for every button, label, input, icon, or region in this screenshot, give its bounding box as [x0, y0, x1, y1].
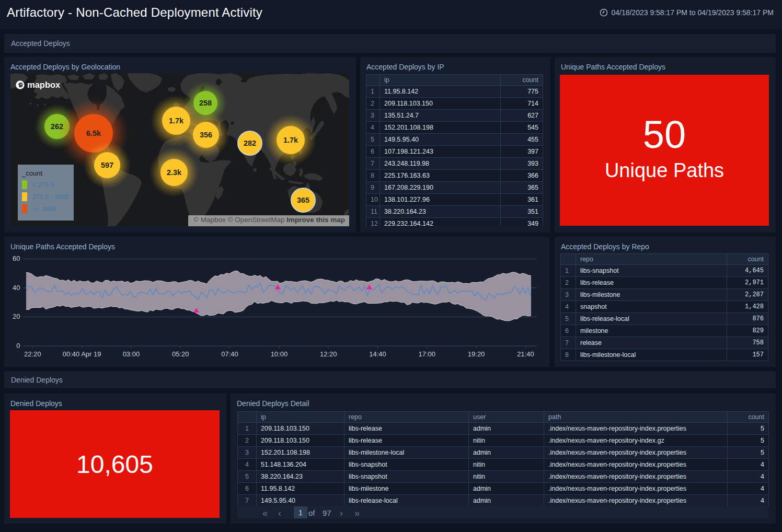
- svg-text:1.7k: 1.7k: [169, 117, 184, 125]
- svg-text:17:00: 17:00: [419, 350, 436, 358]
- svg-text:365: 365: [297, 196, 309, 204]
- svg-text:10:00: 10:00: [271, 350, 288, 358]
- svg-text:356: 356: [200, 131, 212, 139]
- svg-text:20: 20: [13, 313, 20, 320]
- svg-text:60: 60: [13, 255, 20, 262]
- svg-text:258: 258: [199, 99, 212, 107]
- svg-text:00:40 Apr 19: 00:40 Apr 19: [63, 350, 101, 358]
- svg-text:1.7k: 1.7k: [283, 136, 298, 144]
- svg-text:2.3k: 2.3k: [167, 168, 182, 177]
- svg-text:07:40: 07:40: [221, 350, 238, 358]
- svg-text:6.5k: 6.5k: [86, 129, 101, 137]
- svg-text:19:20: 19:20: [468, 350, 485, 358]
- svg-text:05:20: 05:20: [172, 350, 189, 358]
- svg-text:21:40: 21:40: [517, 350, 534, 358]
- svg-text:40: 40: [13, 284, 20, 292]
- svg-text:12:20: 12:20: [320, 350, 337, 358]
- svg-text:14:40: 14:40: [369, 350, 386, 358]
- svg-text:22:20: 22:20: [24, 350, 41, 358]
- svg-text:03:00: 03:00: [123, 350, 140, 358]
- svg-text:0: 0: [16, 342, 20, 350]
- svg-text:597: 597: [101, 161, 113, 169]
- svg-text:282: 282: [244, 139, 256, 147]
